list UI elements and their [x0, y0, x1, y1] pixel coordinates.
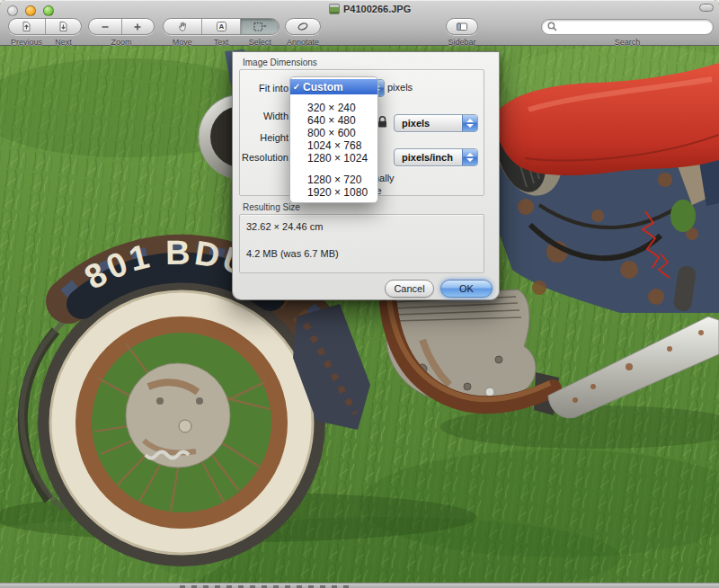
document-icon — [329, 4, 340, 14]
menu-item-1024x768[interactable]: 1024 × 768 — [290, 139, 377, 152]
resolution-unit-value: pixels/inch — [402, 152, 453, 163]
next-button[interactable] — [45, 19, 82, 34]
previous-button[interactable] — [9, 19, 45, 34]
annotate-group: Annotate — [285, 18, 321, 47]
text-tool-button[interactable]: A — [201, 19, 240, 34]
popup-arrows-icon — [462, 149, 477, 165]
search-label: Search — [541, 38, 714, 47]
section-title-resulting-size: Resulting Size — [243, 202, 300, 212]
hand-icon — [177, 21, 189, 32]
unit-value: pixels — [402, 118, 430, 129]
search-input[interactable] — [541, 19, 714, 35]
next-label: Next — [45, 38, 82, 47]
zoom-group: Zoom — [88, 18, 155, 47]
plus-icon — [132, 22, 143, 32]
menu-item-1920x1080[interactable]: 1920 × 1080 — [290, 186, 377, 199]
oval-annotation-icon — [297, 21, 309, 32]
svg-text:A: A — [218, 22, 224, 31]
sidebar-icon — [456, 21, 468, 32]
sidebar-label: Sidebar — [446, 38, 478, 47]
move-tool-button[interactable] — [164, 19, 201, 34]
search-icon — [546, 21, 558, 32]
zoom-window-button[interactable] — [43, 5, 54, 16]
zoom-in-button[interactable] — [121, 19, 155, 34]
fit-pixels-suffix: pixels — [387, 82, 413, 93]
menu-item-label: Custom — [303, 81, 343, 94]
width-height-unit-popup[interactable]: pixels — [394, 114, 478, 132]
sidebar-button[interactable] — [447, 19, 477, 34]
menu-item-custom[interactable]: ✓ Custom — [290, 79, 377, 94]
text-box-icon: A — [216, 21, 227, 32]
page-up-icon — [21, 21, 32, 32]
resolution-label: Resolution — [240, 152, 288, 163]
previous-label: Previous — [8, 38, 45, 47]
toolbar-toggle-lozenge[interactable] — [699, 4, 714, 12]
resolution-unit-popup[interactable]: pixels/inch — [394, 148, 478, 166]
cancel-button[interactable]: Cancel — [385, 280, 434, 298]
menu-item-320x240[interactable]: 320 × 240 — [290, 102, 377, 114]
fit-into-label: Fit into — [240, 83, 288, 94]
menu-item-1280x720[interactable]: 1280 × 720 — [290, 174, 377, 186]
search-group: Search — [541, 18, 714, 47]
preview-window: 801 BDU P4100266.JPG — [0, 0, 719, 588]
zoom-out-button[interactable] — [89, 19, 121, 34]
annotate-button[interactable] — [286, 19, 320, 34]
menu-item-800x600[interactable]: 800 × 600 — [290, 127, 377, 139]
select-tool-button[interactable] — [240, 19, 279, 34]
bottom-edge-strip — [0, 583, 719, 588]
section-title-image-dimensions: Image Dimensions — [243, 58, 317, 67]
annotate-label: Annotate — [285, 38, 321, 47]
height-label: Height — [240, 132, 288, 143]
checkmark-icon: ✓ — [290, 82, 303, 92]
menu-item-640x480[interactable]: 640 × 480 — [290, 114, 377, 127]
minus-icon — [100, 22, 111, 32]
width-label: Width — [240, 111, 288, 121]
close-button[interactable] — [7, 5, 18, 16]
text-label: Text — [201, 38, 240, 47]
result-filesize: 4.2 MB (was 6.7 MB) — [246, 248, 339, 259]
fit-into-menu: ✓ Custom 320 × 240 640 × 480 800 × 600 1… — [289, 76, 378, 203]
sidebar-group: Sidebar — [446, 18, 478, 47]
zoom-label: Zoom — [88, 38, 155, 47]
page-down-icon — [58, 21, 69, 32]
nav-group: Previous Next — [8, 18, 82, 47]
tool-mode-group: A Move Text Select — [163, 18, 280, 47]
popup-arrows-icon — [462, 115, 477, 131]
ok-button[interactable]: OK — [440, 280, 493, 298]
minimize-button[interactable] — [25, 5, 36, 16]
result-dimensions: 32.62 × 24.46 cm — [246, 221, 323, 232]
menu-item-1280x1024[interactable]: 1280 × 1024 — [290, 152, 377, 165]
select-label: Select — [241, 38, 280, 47]
selection-rect-icon — [253, 21, 267, 32]
toolbar: P4100266.JPG Previ — [0, 0, 719, 46]
move-label: Move — [163, 38, 201, 47]
titlebar: P4100266.JPG — [329, 3, 411, 15]
window-title: P4100266.JPG — [343, 4, 411, 14]
